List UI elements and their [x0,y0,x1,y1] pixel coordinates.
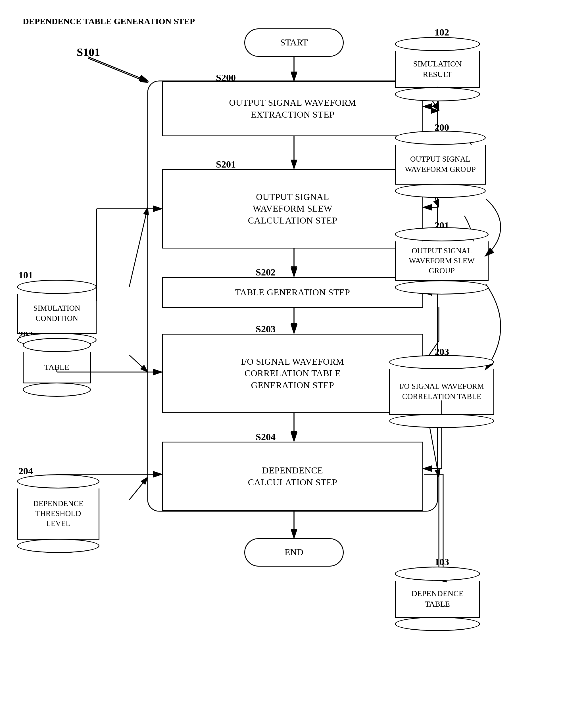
svg-line-16 [129,477,148,500]
dependence-table-label: DEPENDENCE TABLE [411,588,464,609]
s201-label: S201 [216,159,236,170]
s203-label: S203 [256,324,276,335]
dependence-threshold-label: DEPENDENCE THRESHOLD LEVEL [33,499,84,528]
extraction-step-box: OUTPUT SIGNAL WAVEFORM EXTRACTION STEP [162,81,423,136]
s202-label: S202 [256,267,276,278]
table-gen-step-label: TABLE GENERATION STEP [235,287,350,299]
ref-102: 102 [434,27,449,38]
dependence-table-gen-step-label: DEPENDENCE TABLE GENERATION STEP [23,16,195,27]
simulation-condition-db: SIMULATION CONDITION [17,280,97,347]
dependence-calc-step-box: DEPENDENCE CALCULATION STEP [162,442,423,511]
svg-line-15 [129,355,148,372]
simulation-result-db: SIMULATION RESULT [395,37,480,101]
slew-step-box: OUTPUT SIGNAL WAVEFORM SLEW CALCULATION … [162,169,423,249]
s101-label: S101 [77,45,100,59]
simulation-result-label: SIMULATION RESULT [413,59,462,79]
diagram-container: START S200 OUTPUT SIGNAL WAVEFORM EXTRAC… [0,0,588,710]
io-correlation-table-db: I/O SIGNAL WAVEFORM CORRELATION TABLE [389,355,494,428]
s204-label: S204 [256,432,276,443]
start-label: START [280,37,308,49]
dependence-threshold-db: DEPENDENCE THRESHOLD LEVEL [17,474,99,553]
output-signal-waveform-slew-group-label: OUTPUT SIGNAL WAVEFORM SLEW GROUP [396,246,488,276]
ref-103: 103 [434,557,449,567]
start-node: START [244,28,344,57]
end-label: END [285,546,303,558]
svg-line-21 [88,58,148,82]
io-correlation-table-label: I/O SIGNAL WAVEFORM CORRELATION TABLE [399,381,484,401]
extraction-step-label: OUTPUT SIGNAL WAVEFORM EXTRACTION STEP [229,97,356,120]
svg-line-47 [88,57,148,81]
svg-line-14 [129,207,148,287]
slew-step-label: OUTPUT SIGNAL WAVEFORM SLEW CALCULATION … [248,191,337,227]
output-signal-waveform-group-db: OUTPUT SIGNAL WAVEFORM GROUP [395,131,486,198]
dependence-table-db: DEPENDENCE TABLE [395,567,480,631]
end-node: END [244,538,344,567]
io-correlation-gen-step-label: I/O SIGNAL WAVEFORM CORRELATION TABLE GE… [241,356,344,392]
ref-101: 101 [19,270,33,281]
output-signal-waveform-slew-group-db: OUTPUT SIGNAL WAVEFORM SLEW GROUP [395,227,489,294]
simulation-condition-label: SIMULATION CONDITION [33,303,80,323]
table-gen-step-box: TABLE GENERATION STEP [162,277,423,308]
table-db: TABLE [23,338,91,397]
dependence-calc-step-label: DEPENDENCE CALCULATION STEP [248,465,337,488]
table-label: TABLE [44,362,69,372]
io-correlation-gen-step-box: I/O SIGNAL WAVEFORM CORRELATION TABLE GE… [162,334,423,413]
output-signal-waveform-group-label: OUTPUT SIGNAL WAVEFORM GROUP [405,154,475,174]
